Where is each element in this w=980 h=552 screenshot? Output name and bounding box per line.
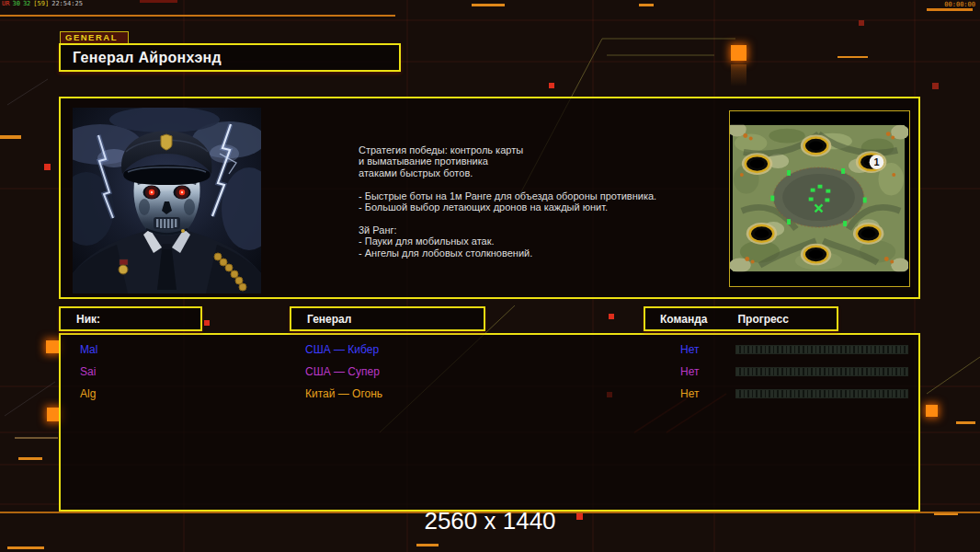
player-general: США — Кибер (305, 339, 379, 361)
load-progress-bar (735, 389, 908, 398)
minimap-image: 1 (730, 111, 908, 285)
player-nick: Sai (80, 361, 96, 383)
general-name-box: Генерал Айронхэнд (59, 43, 401, 72)
load-progress-bar (735, 367, 908, 376)
red-square (859, 20, 864, 26)
orange-dash (838, 56, 868, 58)
player-team: Нет (680, 383, 699, 405)
red-square (204, 320, 210, 326)
player-general: Китай — Огонь (305, 383, 382, 405)
match-timer-bar (927, 8, 973, 11)
player-row: Mal США — Кибер Нет (61, 339, 918, 361)
orange-dash (0, 135, 21, 139)
svg-text:1: 1 (874, 156, 880, 167)
glow-square (731, 45, 746, 61)
player-team: Нет (680, 339, 699, 361)
orange-dash (18, 457, 42, 460)
header-nick-label: Ник: (76, 313, 100, 326)
resolution-label: 2560 x 1440 (306, 507, 674, 535)
player-nick: Mal (80, 339, 97, 361)
glow-square-reflection (731, 64, 746, 86)
load-progress-bar (735, 345, 908, 354)
player-row: Alg Китай — Огонь Нет (61, 383, 918, 405)
orange-dash (7, 546, 44, 549)
minimap: 1 (729, 110, 910, 287)
red-square (549, 83, 554, 88)
header-team-label: Команда (660, 313, 707, 326)
red-square (609, 314, 614, 319)
loading-screen: UR3032[59]22:54:25 00:00:00 GENERAL Гене… (0, 0, 980, 552)
header-general: Генерал (290, 306, 485, 331)
header-team-progress: Команда Прогресс (644, 306, 838, 331)
minimap-player-marker: 1 (870, 155, 884, 169)
page-title: Генерал Айронхэнд (73, 50, 222, 66)
header-nick: Ник: (59, 306, 202, 331)
orange-dash (639, 4, 654, 6)
player-general: США — Супер (305, 361, 380, 383)
perf-value-a: 30 (12, 0, 19, 7)
performance-overlay: UR3032[59]22:54:25 (2, 1, 85, 7)
perf-value-c: [59] (33, 0, 49, 7)
player-nick: Alg (80, 383, 96, 405)
match-timer: 00:00:00 (944, 1, 975, 8)
red-square (44, 164, 51, 170)
glow-square (926, 405, 938, 417)
red-square (932, 83, 939, 89)
player-row: Sai США — Супер Нет (61, 361, 918, 383)
tab-general: GENERAL (60, 31, 129, 44)
player-roster-panel: Mal США — Кибер Нет Sai США — Супер Нет … (59, 333, 920, 512)
orange-dash (472, 4, 505, 6)
player-team: Нет (680, 361, 699, 383)
header-general-label: Генерал (307, 313, 351, 326)
header-progress-label: Прогресс (737, 313, 788, 326)
perf-value-b: 32 (23, 0, 30, 7)
strategy-description: Стратегия победы: контроль карты и вымат… (359, 144, 667, 259)
orange-dash (416, 544, 439, 546)
perf-clock: 22:54:25 (51, 0, 83, 7)
top-accent-line (0, 15, 395, 17)
orange-dash (956, 421, 975, 424)
glow-square (46, 340, 59, 353)
perf-label: UR (2, 0, 9, 7)
general-portrait (73, 108, 261, 293)
